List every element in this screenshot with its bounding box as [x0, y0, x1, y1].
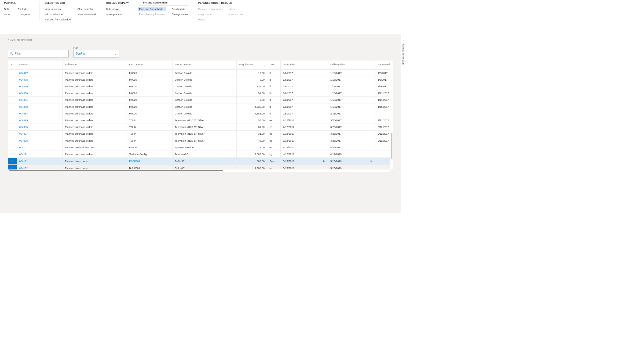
column-header-chk[interactable]: ✓ [8, 60, 17, 69]
number-link[interactable]: 004101 [19, 146, 28, 149]
column-header-qty[interactable]: Requirement ...▽ [237, 60, 267, 69]
scrollbar-horizontal[interactable] [8, 170, 390, 172]
number-link[interactable]: 004083 [19, 112, 28, 115]
ribbon-item[interactable]: Change status [171, 13, 188, 16]
cell-order: 5/13/2019🗓 [280, 157, 328, 164]
column-header-reference[interactable]: Reference [63, 60, 127, 69]
chevron-left-icon: 〈 [402, 39, 404, 42]
table-row[interactable]: 004077Planned purchase ordersM0020Carbon… [8, 70, 393, 76]
filter-input[interactable] [15, 52, 66, 55]
cell-reference: Planned batch order [63, 157, 127, 164]
cell-chk[interactable] [8, 144, 17, 151]
ribbon-item[interactable]: Reschedule [171, 8, 188, 10]
cell-chk[interactable] [8, 137, 17, 144]
ribbon-item: Jobs [229, 8, 243, 10]
column-header-item[interactable]: Item number [127, 60, 172, 69]
table-row[interactable]: 004080Planned purchase ordersM0020Carbon… [8, 90, 393, 96]
cell-chk[interactable] [8, 70, 17, 76]
cell-chk[interactable] [8, 103, 17, 110]
cell-chk[interactable] [8, 130, 17, 137]
number-link[interactable]: 004080 [19, 92, 28, 95]
grid-wrapper: ✓NumberReferenceItem numberProduct nameR… [8, 60, 393, 172]
ribbon-tab[interactable]: Firm and Consolidate [139, 0, 188, 6]
cell-reference: Planned purchase orders [63, 117, 127, 124]
cell-chk[interactable] [8, 117, 17, 124]
ribbon-item[interactable]: Group [4, 13, 11, 16]
ribbon-item[interactable]: View unselected [77, 13, 96, 16]
calendar-icon[interactable]: 🗓 [323, 160, 325, 162]
table-row[interactable]: 004096Planned purchase ordersT0004Televi… [8, 124, 393, 130]
item-number: M0020 [129, 99, 137, 102]
collapse-ribbon-icon[interactable]: ⌃ [402, 34, 405, 37]
table-row[interactable]: 004097Planned purchase ordersT0004Televi… [8, 130, 393, 137]
ribbon-group: COLUMN DISPLAYHide delaysShow process [106, 1, 134, 21]
table-row[interactable]: ✓004161Planned batch orderPACK001PACK001… [8, 157, 393, 164]
cell-item: M0020 [127, 83, 172, 90]
number-link[interactable]: 004081 [19, 99, 28, 102]
cell-item: T0004 [127, 124, 172, 130]
filter-icon[interactable]: ▽ [264, 63, 265, 66]
number-link[interactable]: 004079 [19, 85, 28, 88]
table-row[interactable]: 004078Planned purchase ordersM0020Carbon… [8, 76, 393, 83]
ribbon-item[interactable]: Add to selection [45, 13, 71, 16]
ribbon-group: PLANNED ORDER DETAILSDerived requirement… [198, 1, 248, 21]
cell-unit: ea [267, 117, 280, 124]
column-header-label: Order date [283, 63, 295, 66]
filter-box[interactable]: 🔍 [8, 50, 69, 57]
ribbon-group: SELECTION LISTView selectionAdd to selec… [45, 1, 101, 21]
number-link[interactable]: 004098 [19, 139, 28, 142]
cell-chk[interactable] [8, 83, 17, 90]
number-link[interactable]: 004077 [19, 71, 28, 74]
cell-product: Television M120 37" Silver [172, 117, 236, 124]
number-link[interactable]: 004095 [19, 119, 28, 122]
ribbon-item[interactable]: Hide delays [106, 8, 122, 10]
cell-unit: ea [267, 130, 280, 137]
ribbon-item[interactable]: Remove from selection [45, 18, 71, 21]
table-row[interactable]: 004101Planned production ordersD0006Spea… [8, 144, 393, 151]
ribbon-item[interactable]: Explode [18, 8, 35, 10]
ribbon-item[interactable]: Change to...⌄ [18, 13, 35, 16]
scrollbar-thumb[interactable] [391, 133, 392, 159]
column-header-order[interactable]: Order date [280, 60, 328, 69]
ribbon-item[interactable]: Firm and Consolidate [138, 7, 166, 11]
number-link[interactable]: 004111 [19, 153, 28, 156]
column-header-label: Unit [269, 63, 274, 66]
cell-chk[interactable] [8, 76, 17, 83]
cell-chk[interactable] [8, 151, 17, 157]
number-link[interactable]: 004096 [19, 125, 28, 128]
column-header-requested[interactable]: Requested [375, 60, 393, 69]
column-header-delivery[interactable]: Delivery date [328, 60, 375, 69]
ribbon-item[interactable]: View selection [45, 8, 71, 10]
cell-unit: Box [267, 157, 280, 164]
cell-chk[interactable] [8, 96, 17, 103]
column-header-unit[interactable]: Unit [267, 60, 280, 69]
table-row[interactable]: 004098Planned purchase ordersT0004Televi… [8, 137, 393, 144]
cell-chk[interactable] [8, 90, 17, 96]
table-row[interactable]: 004111Planned purchase ordersTestLinerCo… [8, 151, 393, 157]
table-row[interactable]: 004095Planned purchase ordersT0004Televi… [8, 117, 393, 124]
table-row[interactable]: 004083Planned purchase ordersM0020Carbon… [8, 110, 393, 117]
plan-dropdown[interactable]: DynPlan ⌄ [73, 50, 119, 57]
ribbon-item[interactable]: Split [4, 8, 11, 10]
column-header-number[interactable]: Number [17, 60, 63, 69]
column-header-product[interactable]: Product name [172, 60, 236, 69]
cell-delivery: 3/25/2017 [328, 137, 375, 144]
number-link[interactable]: 004082 [19, 105, 28, 108]
number-link[interactable]: 004097 [19, 132, 28, 135]
calendar-icon[interactable]: 🗓 [370, 160, 373, 162]
ribbon-item[interactable]: Show process [106, 13, 122, 16]
column-header-label: Requested [378, 63, 390, 66]
cell-chk[interactable] [8, 110, 17, 117]
table-row[interactable]: 004082Planned purchase ordersM0020Carbon… [8, 103, 393, 110]
scrollbar-thumb[interactable] [9, 170, 223, 171]
number-link[interactable]: 004161 [19, 160, 28, 163]
number-link[interactable]: 004078 [19, 78, 28, 81]
ribbon-item[interactable]: Clear selection [77, 8, 96, 10]
cell-chk[interactable]: ✓ [8, 157, 17, 164]
table-row[interactable]: 004079Planned purchase ordersM0020Carbon… [8, 83, 393, 90]
related-information-tab[interactable]: 〈 Related information [401, 37, 406, 88]
item-number[interactable]: PACK001 [129, 160, 140, 163]
scrollbar-vertical[interactable] [390, 69, 393, 170]
table-row[interactable]: 004081Planned purchase ordersM0020Carbon… [8, 96, 393, 103]
cell-chk[interactable] [8, 124, 17, 130]
